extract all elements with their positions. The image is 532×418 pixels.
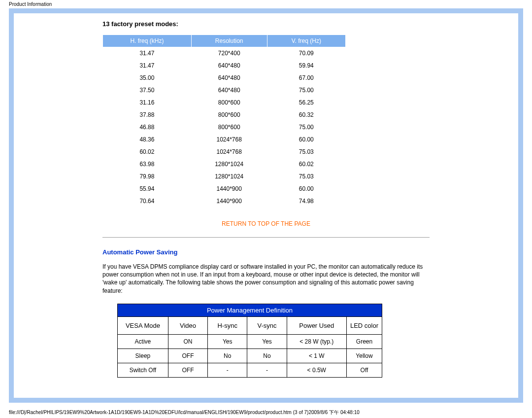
table-cell: 800*600 (192, 109, 267, 121)
pm-col-video: Video (168, 316, 207, 334)
table-cell: 640*480 (192, 84, 267, 96)
return-to-top-link[interactable]: RETURN TO TOP OF THE PAGE (102, 220, 430, 227)
table-cell: 70.64 (103, 195, 191, 207)
table-cell: 1024*768 (192, 146, 267, 158)
pm-title-row: Power Management Definition (118, 304, 382, 316)
table-cell: No (208, 348, 247, 363)
table-cell: 70.09 (267, 47, 345, 59)
table-cell: Yes (208, 334, 247, 348)
table-cell: 640*480 (192, 60, 267, 71)
table-cell: 75.00 (267, 84, 345, 96)
table-cell: No (247, 348, 287, 363)
table-cell: Active (118, 334, 168, 348)
table-row: 60.021024*76875.03 (103, 146, 345, 158)
table-cell: Switch Off (118, 363, 168, 377)
table-row: 35.00640*48067.00 (103, 72, 345, 84)
table-cell: 60.00 (267, 134, 345, 145)
table-cell: 63.98 (103, 158, 191, 170)
document-content: 13 factory preset modes: H. freq (kHz) R… (14, 13, 518, 378)
table-row: Switch OffOFF--< 0.5WOff (118, 363, 382, 377)
table-cell: 31.47 (103, 60, 191, 71)
table-cell: 75.00 (267, 121, 345, 133)
table-cell: Sleep (118, 348, 168, 363)
table-row: 37.88800*60060.32 (103, 109, 345, 121)
table-cell: Off (346, 363, 382, 377)
table-cell: 75.03 (267, 146, 345, 158)
preset-modes-table: H. freq (kHz) Resolution V. freq (Hz) 31… (102, 35, 346, 208)
table-row: 31.16800*60056.25 (103, 97, 345, 108)
table-cell: 1280*1024 (192, 158, 267, 170)
table-cell: - (247, 363, 287, 377)
footer-file-path: file:///D|/Rachel/PHILIPS/19EW9%20Artwor… (9, 409, 360, 416)
table-cell: 800*600 (192, 121, 267, 133)
table-cell: 46.88 (103, 121, 191, 133)
table-cell: 55.94 (103, 183, 191, 195)
pm-header-row: VESA Mode Video H-sync V-sync Power Used… (118, 316, 382, 334)
table-cell: 37.88 (103, 109, 191, 121)
table-cell: 640*480 (192, 72, 267, 84)
table-cell: OFF (168, 348, 207, 363)
col-resolution: Resolution (192, 35, 267, 47)
table-row: 63.981280*102460.02 (103, 158, 345, 170)
table-cell: Yellow (346, 348, 382, 363)
table-row: 46.88800*60075.00 (103, 121, 345, 133)
table-cell: OFF (168, 363, 207, 377)
table-header-row: H. freq (kHz) Resolution V. freq (Hz) (103, 35, 345, 47)
table-cell: 60.32 (267, 109, 345, 121)
table-cell: ON (168, 334, 207, 348)
table-cell: < 0.5W (287, 363, 346, 377)
table-cell: 800*600 (192, 97, 267, 108)
table-cell: 1440*900 (192, 183, 267, 195)
table-cell: 60.02 (103, 146, 191, 158)
table-cell: 74.98 (267, 195, 345, 207)
table-row: 79.981280*102475.03 (103, 171, 345, 182)
table-cell: Green (346, 334, 382, 348)
table-row: 31.47640*48059.94 (103, 60, 345, 71)
table-cell: 1024*768 (192, 134, 267, 145)
table-row: SleepOFFNoNo< 1 WYellow (118, 348, 382, 363)
table-cell: < 1 W (287, 348, 346, 363)
section-divider (102, 237, 430, 238)
table-cell: 1280*1024 (192, 171, 267, 182)
table-cell: 37.50 (103, 84, 191, 96)
table-row: 37.50640*48075.00 (103, 84, 345, 96)
table-cell: 31.16 (103, 97, 191, 108)
table-cell: 31.47 (103, 47, 191, 59)
table-cell: 60.02 (267, 158, 345, 170)
table-cell: 67.00 (267, 72, 345, 84)
pm-col-mode: VESA Mode (118, 316, 168, 334)
table-cell: < 28 W (typ.) (287, 334, 346, 348)
table-cell: Yes (247, 334, 287, 348)
page-title-small: Product Information (0, 0, 532, 8)
table-row: ActiveONYesYes< 28 W (typ.)Green (118, 334, 382, 348)
table-cell: 35.00 (103, 72, 191, 84)
table-cell: 56.25 (267, 97, 345, 108)
pm-title-cell: Power Management Definition (118, 304, 382, 316)
col-v-freq: V. freq (Hz) (267, 35, 345, 47)
table-row: 31.47720*40070.09 (103, 47, 345, 59)
table-row: 55.941440*90060.00 (103, 183, 345, 195)
table-cell: 48.36 (103, 134, 191, 145)
table-cell: 59.94 (267, 60, 345, 71)
table-cell: - (208, 363, 247, 377)
col-h-freq: H. freq (kHz) (103, 35, 191, 47)
table-row: 70.641440*90074.98 (103, 195, 345, 207)
pm-col-hsync: H-sync (208, 316, 247, 334)
preset-modes-heading: 13 factory preset modes: (102, 20, 430, 28)
table-cell: 720*400 (192, 47, 267, 59)
automatic-power-saving-paragraph: If you have VESA DPMS compliance display… (102, 263, 430, 295)
table-cell: 60.00 (267, 183, 345, 195)
document-frame: 13 factory preset modes: H. freq (kHz) R… (9, 8, 523, 403)
power-management-table: Power Management Definition VESA Mode Vi… (117, 304, 382, 378)
table-cell: 75.03 (267, 171, 345, 182)
automatic-power-saving-heading: Automatic Power Saving (102, 248, 430, 256)
pm-col-power: Power Used (287, 316, 346, 334)
pm-col-vsync: V-sync (247, 316, 287, 334)
pm-col-led: LED color (346, 316, 382, 334)
table-cell: 1440*900 (192, 195, 267, 207)
table-cell: 79.98 (103, 171, 191, 182)
table-row: 48.361024*76860.00 (103, 134, 345, 145)
